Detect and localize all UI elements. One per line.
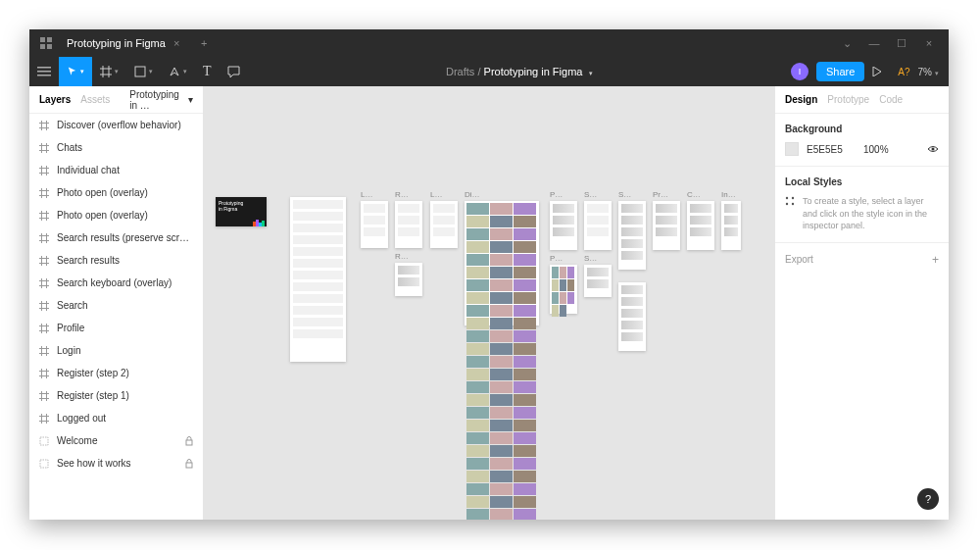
new-tab-button[interactable]: + bbox=[195, 37, 213, 49]
tab-layers[interactable]: Layers bbox=[39, 94, 71, 105]
layer-label: Search bbox=[57, 300, 193, 311]
canvas-frame[interactable]: Di… bbox=[465, 201, 539, 325]
layer-item[interactable]: Individual chat bbox=[29, 159, 203, 181]
move-tool[interactable]: ▾ bbox=[59, 57, 92, 86]
background-swatch[interactable] bbox=[785, 142, 799, 156]
zoom-level[interactable]: 7%▾ bbox=[918, 67, 939, 77]
svg-rect-2 bbox=[40, 44, 45, 49]
background-opacity[interactable]: 100% bbox=[863, 144, 919, 155]
canvas-frame[interactable]: P… bbox=[550, 265, 577, 314]
background-title: Background bbox=[785, 124, 939, 134]
background-hex[interactable]: E5E5E5 bbox=[807, 144, 856, 155]
lock-icon[interactable] bbox=[185, 459, 193, 469]
frame-icon bbox=[39, 414, 49, 424]
layer-label: Individual chat bbox=[57, 165, 193, 175]
layer-label: See how it works bbox=[57, 458, 177, 469]
close-tab-icon[interactable]: × bbox=[173, 37, 179, 49]
layer-item[interactable]: See how it works bbox=[29, 452, 203, 475]
layer-item[interactable]: Search results bbox=[29, 249, 203, 272]
visibility-toggle-icon[interactable] bbox=[927, 145, 939, 153]
tab-prototype[interactable]: Prototype bbox=[827, 94, 869, 105]
layer-item[interactable]: Welcome bbox=[29, 429, 203, 452]
frame-label: P… bbox=[550, 254, 563, 263]
svg-rect-8 bbox=[40, 437, 48, 445]
tab-code[interactable]: Code bbox=[879, 94, 903, 105]
layer-item[interactable]: Search results (preserve scroll po… bbox=[29, 226, 203, 249]
missing-fonts-icon[interactable]: A? bbox=[898, 67, 909, 77]
canvas-frame[interactable]: R… bbox=[395, 263, 422, 296]
canvas-frame[interactable]: Pr… bbox=[653, 201, 680, 250]
layer-item[interactable]: Chats bbox=[29, 136, 203, 159]
styles-icon bbox=[785, 195, 795, 232]
frame-label: S… bbox=[584, 254, 597, 263]
layer-item[interactable]: Photo open (overlay) bbox=[29, 181, 203, 204]
layer-label: Photo open (overlay) bbox=[57, 187, 193, 198]
svg-point-20 bbox=[792, 203, 794, 205]
svg-point-18 bbox=[792, 197, 794, 199]
close-window-button[interactable]: × bbox=[915, 29, 943, 57]
file-tab[interactable]: Prototyping in Figma × bbox=[57, 32, 189, 54]
breadcrumb[interactable]: Drafts / Prototyping in Figma ▾ bbox=[446, 66, 592, 77]
app-menu-icon[interactable] bbox=[35, 32, 57, 54]
layer-label: Profile bbox=[57, 323, 193, 333]
minimize-button[interactable]: — bbox=[860, 29, 888, 57]
dropdown-icon[interactable]: ⌄ bbox=[833, 29, 860, 57]
layer-label: Search keyboard (overlay) bbox=[57, 277, 193, 288]
frame-tool[interactable]: ▾ bbox=[92, 57, 126, 86]
canvas-frame[interactable]: S… bbox=[584, 201, 612, 250]
add-export-button[interactable]: + bbox=[932, 253, 939, 267]
tab-design[interactable]: Design bbox=[785, 94, 817, 105]
user-avatar[interactable]: I bbox=[791, 63, 808, 80]
shape-tool[interactable]: ▾ bbox=[126, 57, 161, 86]
canvas-frame[interactable]: L… bbox=[430, 201, 458, 248]
pen-tool[interactable]: ▾ bbox=[161, 57, 195, 86]
layer-item[interactable]: Discover (overflow behavior) bbox=[29, 114, 203, 136]
layer-item[interactable]: Search bbox=[29, 294, 203, 317]
layer-item[interactable]: Logged out bbox=[29, 407, 203, 429]
canvas-frame[interactable]: C… bbox=[687, 201, 714, 250]
layer-item[interactable]: Register (step 2) bbox=[29, 362, 203, 384]
left-panel-tabs: Layers Assets Prototyping in …▾ bbox=[29, 86, 203, 114]
svg-point-17 bbox=[786, 197, 788, 199]
canvas-frame[interactable]: S… bbox=[584, 265, 612, 297]
layer-item[interactable]: Search keyboard (overlay) bbox=[29, 272, 203, 294]
canvas-frame[interactable] bbox=[618, 282, 646, 351]
frame-label: In… bbox=[721, 190, 736, 199]
tab-assets[interactable]: Assets bbox=[80, 94, 110, 105]
layer-label: Search results bbox=[57, 255, 193, 266]
comment-tool[interactable] bbox=[220, 57, 248, 86]
canvas-frame[interactable]: R… bbox=[395, 201, 422, 248]
canvas-frame[interactable]: L… bbox=[361, 201, 388, 248]
main-menu-button[interactable] bbox=[29, 57, 59, 86]
canvas[interactable]: Prototypingin FigmaL…R…L…Di…R…P…S…S…Pr…C… bbox=[204, 86, 774, 520]
canvas-frame[interactable]: In… bbox=[721, 201, 741, 250]
svg-point-19 bbox=[786, 203, 788, 205]
present-button[interactable] bbox=[872, 67, 890, 76]
page-selector[interactable]: Prototyping in …▾ bbox=[129, 89, 193, 111]
text-tool[interactable]: T bbox=[195, 57, 220, 86]
left-panel: Layers Assets Prototyping in …▾ Discover… bbox=[29, 86, 204, 520]
maximize-button[interactable]: ☐ bbox=[888, 29, 915, 57]
canvas-frame[interactable]: S… bbox=[618, 201, 646, 270]
layer-item[interactable]: Login bbox=[29, 339, 203, 362]
frame-label: Di… bbox=[465, 190, 480, 199]
layer-item[interactable]: Photo open (overlay) bbox=[29, 204, 203, 226]
frame-label: C… bbox=[687, 190, 701, 199]
layer-item[interactable]: Register (step 1) bbox=[29, 384, 203, 407]
canvas-frame[interactable]: Prototypingin Figma bbox=[216, 197, 267, 226]
frame-label: S… bbox=[618, 190, 631, 199]
frame-label: P… bbox=[550, 190, 563, 199]
layer-label: Chats bbox=[57, 142, 193, 153]
frame-icon bbox=[39, 143, 49, 153]
frame-icon bbox=[39, 324, 49, 333]
local-styles-info: To create a style, select a layer and cl… bbox=[803, 195, 939, 232]
frame-label: R… bbox=[395, 252, 409, 261]
help-button[interactable]: ? bbox=[917, 488, 939, 510]
share-button[interactable]: Share bbox=[816, 62, 864, 81]
canvas-frame[interactable]: P… bbox=[550, 201, 577, 250]
layer-item[interactable]: Profile bbox=[29, 317, 203, 339]
canvas-frame[interactable] bbox=[290, 197, 346, 362]
svg-rect-14 bbox=[259, 223, 262, 226]
svg-rect-10 bbox=[40, 460, 48, 468]
lock-icon[interactable] bbox=[185, 436, 193, 446]
